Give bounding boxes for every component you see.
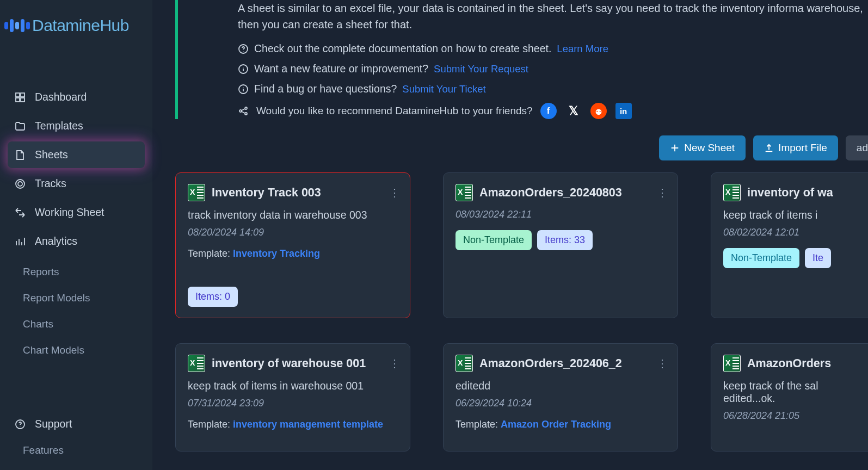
learn-more-link[interactable]: Learn More — [557, 43, 608, 55]
svg-rect-3 — [21, 98, 24, 102]
dashboard-icon — [14, 91, 26, 103]
template-link[interactable]: inventory management template — [233, 419, 383, 430]
nav-main: Dashboard Templates Sheets Tracks Workin… — [0, 51, 152, 255]
sheets-grid: Inventory Track 003 ⋮ track inventory da… — [152, 172, 868, 470]
card-title: inventory of warehouse 001 — [212, 357, 366, 370]
info-feature-line: Want a new feature or improvement? Submi… — [238, 63, 868, 75]
nav-bottom: Support Features — [0, 411, 152, 463]
card-date: 08/02/2024 12:01 — [723, 227, 861, 238]
card-date: 06/28/2024 21:05 — [723, 410, 861, 422]
upload-icon — [764, 143, 774, 153]
nav-label: Support — [35, 418, 72, 430]
nav-tracks[interactable]: Tracks — [8, 170, 145, 197]
file-icon — [14, 149, 26, 161]
submit-request-link[interactable]: Submit Your Request — [434, 63, 528, 75]
target-icon — [14, 178, 26, 190]
card-date: 08/03/2024 22:11 — [455, 209, 666, 220]
nav-support[interactable]: Support — [8, 411, 145, 437]
nav-analytics[interactable]: Analytics — [8, 228, 145, 255]
info-share-text: Would you like to recommend DatamineHub … — [256, 105, 533, 117]
nav-report-models[interactable]: Report Models — [8, 285, 145, 311]
nav-label: Working Sheet — [35, 206, 104, 219]
info-circle-icon — [238, 64, 249, 75]
info-doc-line: Check out the complete documentation on … — [238, 42, 868, 55]
info-description: A sheet is similar to an excel file, you… — [238, 0, 868, 33]
nav-dashboard[interactable]: Dashboard — [8, 84, 145, 110]
new-sheet-button[interactable]: New Sheet — [659, 135, 746, 160]
nav-reports[interactable]: Reports — [8, 259, 145, 285]
nav-charts[interactable]: Charts — [8, 311, 145, 337]
svg-point-5 — [18, 182, 22, 186]
sheet-card[interactable]: AmazonOrders_20240803 ⋮ 08/03/2024 22:11… — [443, 172, 678, 318]
info-circle-icon — [238, 84, 249, 95]
card-title: Inventory Track 003 — [212, 186, 321, 200]
card-menu-button[interactable]: ⋮ — [657, 357, 668, 370]
card-description: track inventory data in warehouse 003 — [188, 209, 398, 221]
svg-point-15 — [599, 111, 600, 112]
import-file-button[interactable]: Import File — [753, 135, 838, 160]
nav-label: Templates — [35, 120, 83, 132]
extra-button[interactable]: ad — [846, 135, 868, 160]
sheet-card[interactable]: AmazonOrders keep track of the sal edite… — [711, 343, 868, 452]
excel-icon — [723, 355, 741, 372]
card-description: editedd — [455, 380, 666, 392]
linkedin-icon[interactable]: in — [615, 103, 632, 119]
card-title: AmazonOrders_20240803 — [479, 186, 622, 200]
social-icons: f 𝕏 in — [540, 103, 632, 119]
help-circle-icon — [238, 44, 249, 54]
nav-features[interactable]: Features — [8, 437, 145, 463]
svg-point-11 — [245, 107, 247, 109]
sheet-card[interactable]: AmazonOrders_202406_2 ⋮ editedd 06/29/20… — [443, 343, 678, 452]
brand-logo[interactable]: DatamineHub — [0, 7, 152, 51]
svg-point-10 — [239, 110, 242, 112]
button-label: Import File — [778, 142, 827, 154]
submit-ticket-link[interactable]: Submit Your Ticket — [402, 83, 485, 95]
excel-icon — [188, 184, 205, 201]
button-label: ad — [857, 142, 868, 154]
nav-label: Analytics — [35, 235, 77, 248]
button-label: New Sheet — [684, 142, 735, 154]
facebook-icon[interactable]: f — [540, 103, 557, 119]
excel-icon — [723, 184, 741, 201]
nav-label: Tracks — [35, 177, 66, 190]
template-link[interactable]: Amazon Order Tracking — [501, 419, 611, 430]
card-date: 07/31/2024 23:09 — [188, 398, 398, 409]
card-title: AmazonOrders_202406_2 — [479, 357, 622, 370]
folder-icon — [14, 120, 26, 132]
non-template-badge: Non-Template — [723, 248, 799, 268]
svg-point-14 — [596, 111, 598, 112]
sheet-card[interactable]: inventory of wa keep track of items i 08… — [711, 172, 868, 318]
card-description: keep track of items in warehouse 001 — [188, 380, 398, 392]
nav-working-sheet[interactable]: Working Sheet — [8, 199, 145, 226]
nav-chart-models[interactable]: Chart Models — [8, 337, 145, 363]
info-share-line: Would you like to recommend DatamineHub … — [238, 103, 868, 119]
card-template: Template: Inventory Tracking — [188, 248, 398, 259]
card-description: keep track of items i — [723, 209, 861, 221]
flow-icon — [14, 207, 26, 219]
nav-label: Dashboard — [35, 91, 87, 103]
main-content: A sheet is similar to an excel file, you… — [152, 0, 868, 470]
card-menu-button[interactable]: ⋮ — [389, 186, 400, 199]
card-description: keep track of the sal edited...ok. — [723, 380, 861, 405]
toolbar: New Sheet Import File ad — [152, 135, 868, 172]
reddit-icon[interactable] — [590, 103, 607, 119]
items-badge: Items: 33 — [537, 230, 593, 250]
sheet-card[interactable]: inventory of warehouse 001 ⋮ keep track … — [175, 343, 410, 452]
nav-label: Sheets — [35, 149, 68, 161]
plus-icon — [670, 143, 680, 153]
svg-point-13 — [595, 109, 601, 115]
excel-icon — [455, 184, 473, 201]
svg-point-12 — [245, 113, 247, 115]
info-feature-text: Want a new feature or improvement? — [254, 63, 428, 75]
template-link[interactable]: Inventory Tracking — [233, 248, 320, 259]
card-menu-button[interactable]: ⋮ — [389, 357, 400, 370]
svg-rect-2 — [16, 98, 20, 102]
nav-sheets[interactable]: Sheets — [8, 141, 145, 168]
card-menu-button[interactable]: ⋮ — [657, 186, 668, 199]
info-bug-line: Find a bug or have questions? Submit You… — [238, 83, 868, 95]
x-twitter-icon[interactable]: 𝕏 — [565, 103, 582, 119]
svg-rect-0 — [16, 93, 20, 97]
sheet-card[interactable]: Inventory Track 003 ⋮ track inventory da… — [175, 172, 410, 318]
excel-icon — [455, 355, 473, 372]
nav-templates[interactable]: Templates — [8, 113, 145, 139]
